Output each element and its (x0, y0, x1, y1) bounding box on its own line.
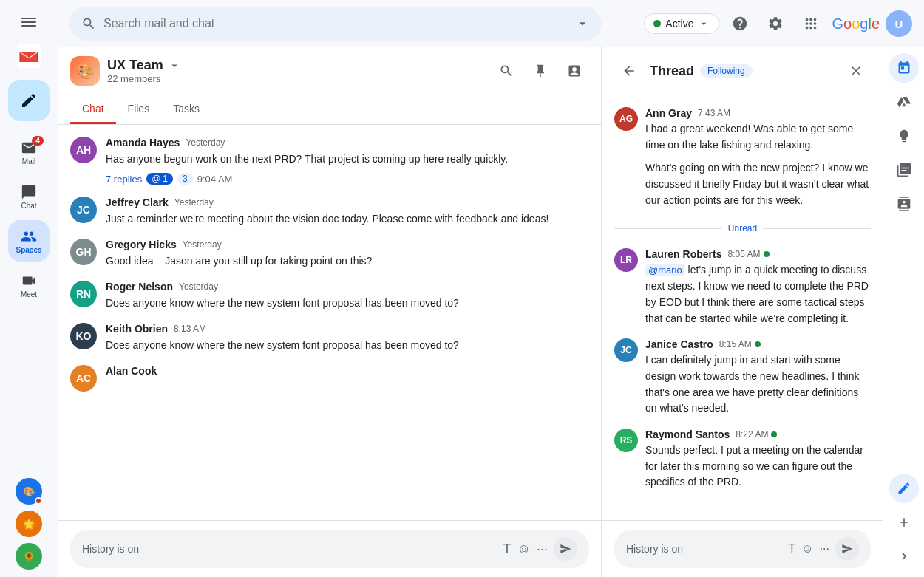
message-item: JC Jeffrey Clark Yesterday Just a remind… (70, 197, 589, 227)
thread-input-box[interactable]: History is on T ☺ ··· (614, 530, 871, 568)
send-thread-button[interactable] (835, 537, 859, 561)
conversation-title: UX Team (107, 58, 484, 73)
compose-button[interactable] (8, 80, 50, 121)
close-thread-button[interactable] (841, 56, 871, 86)
msg-avatar: RN (70, 281, 97, 307)
more-options-icon[interactable]: ··· (820, 542, 829, 556)
conversation-panel: 🎨 UX Team 22 members (58, 47, 602, 577)
msg-avatar: AC (70, 365, 97, 392)
pin-button[interactable] (526, 56, 555, 86)
thread-msg-avatar: RS (614, 429, 638, 452)
msg-content: Keith Obrien 8:13 AM Does anyone know wh… (106, 323, 589, 353)
search-dropdown-icon[interactable] (575, 16, 590, 31)
nav-chat[interactable]: Chat (8, 176, 50, 217)
thread-msg-header: Janice Castro 8:15 AM (645, 338, 871, 350)
msg-header: Alan Cook (106, 365, 589, 377)
thread-message-item: JC Janice Castro 8:15 AM I can definitel… (614, 338, 871, 417)
msg-content: Gregory Hicks Yesterday Good idea – Jaso… (106, 239, 589, 269)
message-item: RN Roger Nelson Yesterday Does anyone kn… (70, 281, 589, 311)
right-sidebar (883, 47, 924, 577)
settings-button[interactable] (761, 9, 790, 38)
conversation-input-area: History is on T ☺ ··· (58, 520, 601, 577)
top-right-actions: Active Google U (644, 9, 912, 38)
unread-divider: Unread (614, 220, 871, 236)
space-avatar: 🎨 (70, 56, 100, 86)
format-text-icon[interactable]: T (503, 542, 512, 557)
msg-content: Roger Nelson Yesterday Does anyone know … (106, 281, 589, 311)
msg-replies[interactable]: 7 replies @ 1 3 9:04 AM (106, 173, 589, 185)
svg-rect-0 (21, 18, 36, 19)
edit-icon-button[interactable] (889, 474, 919, 503)
online-indicator (764, 251, 770, 257)
msg-avatar: AH (70, 137, 97, 163)
back-button[interactable] (614, 56, 644, 86)
divider-line (614, 228, 722, 229)
msg-content: Jeffrey Clark Yesterday Just a reminder … (106, 197, 589, 227)
thread-msg-avatar: LR (614, 248, 638, 272)
tab-tasks[interactable]: Tasks (161, 95, 211, 124)
tab-files[interactable]: Files (116, 95, 162, 124)
conversation-header: 🎨 UX Team 22 members (58, 47, 601, 95)
apps-button[interactable] (796, 9, 826, 38)
user-profile-avatar[interactable]: U (886, 10, 912, 37)
reaction-count: 3 (177, 173, 193, 185)
thread-msg-avatar: JC (614, 338, 638, 362)
thread-header: Thread Following (602, 47, 883, 95)
nav-meet[interactable]: Meet (8, 264, 50, 306)
search-box[interactable] (69, 7, 602, 41)
message-input-box[interactable]: History is on T ☺ ··· (70, 530, 589, 568)
thread-msg-header: Ann Gray 7:43 AM (645, 107, 871, 119)
more-options-icon[interactable]: ··· (537, 542, 548, 557)
left-nav: Mail 4 Chat Spaces Meet 🎨 🌟 🌻 (0, 0, 58, 577)
drive-icon-button[interactable] (889, 87, 919, 117)
space-dropdown-icon[interactable] (168, 59, 181, 72)
send-button[interactable] (554, 537, 577, 561)
conversation-info: UX Team 22 members (107, 58, 484, 84)
msg-header: Gregory Hicks Yesterday (106, 239, 589, 250)
tasks-icon-button[interactable] (889, 155, 919, 185)
msg-avatar: KO (70, 323, 97, 349)
following-badge[interactable]: Following (700, 64, 753, 78)
nav-spaces[interactable]: Spaces (8, 220, 50, 262)
calendar-icon-button[interactable] (889, 53, 919, 83)
mention-tag: @mario (645, 264, 685, 276)
emoji-icon[interactable]: ☺ (801, 542, 813, 556)
search-conv-button[interactable] (492, 56, 521, 86)
thread-msg-header: Lauren Roberts 8:05 AM (645, 248, 871, 260)
search-input[interactable] (103, 17, 568, 30)
hamburger-button[interactable] (14, 7, 44, 37)
user-avatar-1[interactable]: 🎨 (16, 478, 42, 505)
thread-messages: AG Ann Gray 7:43 AM I had a great weeken… (602, 95, 883, 520)
help-button[interactable] (725, 9, 755, 38)
msg-content: Alan Cook (106, 365, 589, 392)
emoji-icon[interactable]: ☺ (517, 542, 531, 557)
nav-mail[interactable]: Mail 4 (8, 132, 50, 173)
user-avatar-3[interactable]: 🌻 (16, 543, 42, 570)
more-options-button[interactable] (560, 56, 589, 86)
format-icon[interactable]: T (789, 542, 796, 556)
msg-content: Amanda Hayes Yesterday Has anyone begun … (106, 137, 589, 185)
conversation-messages: AH Amanda Hayes Yesterday Has anyone beg… (58, 125, 601, 520)
user-avatar-2[interactable]: 🌟 (16, 511, 42, 537)
msg-avatar: GH (70, 239, 97, 265)
thread-message-item: LR Lauren Roberts 8:05 AM @mario let's j… (614, 248, 871, 327)
thread-input-area: History is on T ☺ ··· (602, 520, 883, 577)
keep-icon-button[interactable] (889, 121, 919, 151)
active-dropdown-icon (698, 18, 710, 30)
thread-msg-content: Janice Castro 8:15 AM I can definitely j… (645, 338, 871, 417)
tab-chat[interactable]: Chat (70, 95, 116, 124)
message-item: KO Keith Obrien 8:13 AM Does anyone know… (70, 323, 589, 353)
gmail-logo[interactable] (17, 44, 41, 68)
svg-rect-1 (21, 21, 36, 23)
msg-avatar: JC (70, 197, 97, 223)
divider-line (763, 228, 871, 229)
add-icon-button[interactable] (889, 508, 919, 537)
thread-msg-content: Raymond Santos 8:22 AM Sounds perfect. I… (645, 429, 871, 491)
expand-right-icon-button[interactable] (889, 542, 919, 571)
svg-rect-2 (21, 25, 36, 27)
conversation-tabs: Chat Files Tasks (58, 95, 601, 125)
contacts-icon-button[interactable] (889, 189, 919, 219)
thread-panel: Thread Following AG Ann Gray 7:43 AM I h… (602, 47, 883, 577)
active-status-button[interactable]: Active (644, 13, 719, 34)
at-badge: @ 1 (146, 173, 173, 185)
